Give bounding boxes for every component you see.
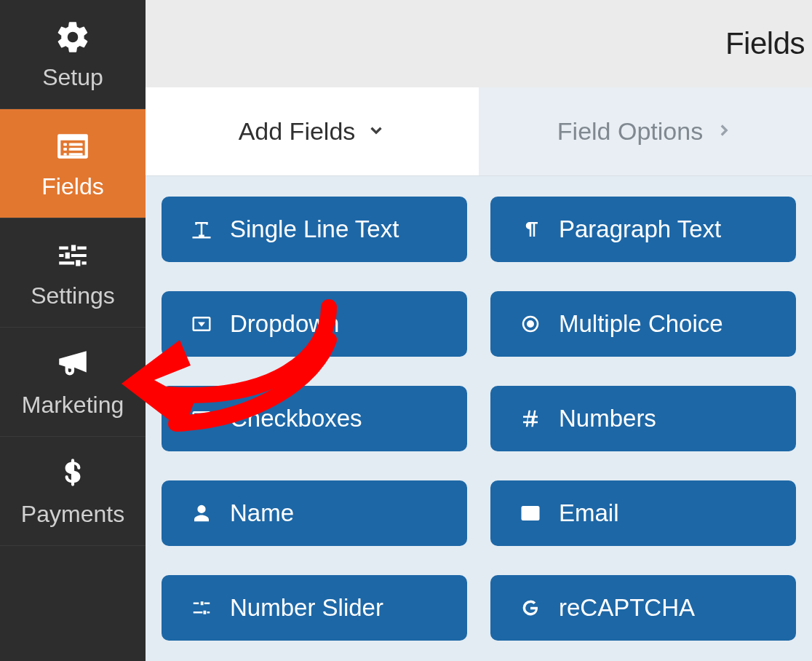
page-title: Fields [725,26,805,61]
svg-rect-3 [69,149,83,151]
field-numbers[interactable]: Numbers [490,386,796,451]
tab-label: Field Options [557,117,703,146]
tab-add-fields[interactable]: Add Fields [146,87,479,175]
sidebar-item-fields[interactable]: Fields [0,109,146,218]
field-label: Single Line Text [230,215,399,243]
field-label: Paragraph Text [559,215,721,243]
title-bar: Fields [146,0,812,87]
envelope-icon [518,501,543,526]
svg-rect-4 [64,153,67,155]
list-icon [52,128,93,167]
main-panel: Fields Add Fields Field Options Single [146,0,812,661]
field-checkboxes[interactable]: Checkboxes [162,386,467,451]
field-multiple-choice[interactable]: Multiple Choice [490,291,796,357]
field-label: Multiple Choice [559,310,723,338]
tab-bar: Add Fields Field Options [146,87,812,176]
field-paragraph-text[interactable]: Paragraph Text [490,197,796,262]
sidebar-item-label: Fields [41,173,103,200]
google-icon [518,595,543,620]
sidebar-item-marketing[interactable]: Marketing [0,328,146,437]
field-label: Number Slider [230,594,383,622]
sidebar-item-label: Settings [31,282,115,309]
megaphone-icon [52,347,93,386]
field-label: reCAPTCHA [559,594,695,622]
text-icon [189,217,214,242]
sidebar: Setup Fields Settings Marketing Payments [0,0,146,661]
dollar-icon [52,456,93,495]
dropdown-icon [189,312,214,336]
sidebar-item-label: Setup [42,64,103,91]
slider-icon [189,595,214,620]
field-dropdown[interactable]: Dropdown [162,291,467,357]
sidebar-item-payments[interactable]: Payments [0,437,146,546]
gear-icon [52,19,93,58]
sidebar-item-settings[interactable]: Settings [0,218,146,328]
person-icon [189,501,214,526]
field-label: Numbers [559,405,656,432]
sidebar-item-label: Marketing [22,392,124,419]
hash-icon [518,406,543,431]
tab-field-options[interactable]: Field Options [479,87,812,175]
field-email[interactable]: Email [490,480,796,546]
field-number-slider[interactable]: Number Slider [162,575,467,641]
sidebar-item-label: Payments [21,501,124,528]
svg-rect-0 [64,143,67,146]
field-label: Email [559,499,619,527]
field-label: Name [230,499,294,527]
paragraph-icon [518,217,543,242]
field-label: Dropdown [230,310,339,338]
chevron-right-icon [715,117,733,146]
fields-grid: Single Line Text Paragraph Text Dropdown… [146,176,812,661]
field-single-line-text[interactable]: Single Line Text [162,197,467,262]
field-recaptcha[interactable]: reCAPTCHA [490,575,796,641]
field-name[interactable]: Name [162,480,467,546]
checkbox-icon [189,406,214,431]
svg-rect-1 [69,143,83,146]
chevron-down-icon [367,117,386,146]
radio-icon [518,312,543,336]
sidebar-item-setup[interactable]: Setup [0,0,146,109]
svg-rect-5 [69,153,83,155]
field-label: Checkboxes [230,405,362,432]
svg-rect-2 [64,149,67,151]
sliders-icon [52,237,93,277]
tab-label: Add Fields [239,117,356,146]
